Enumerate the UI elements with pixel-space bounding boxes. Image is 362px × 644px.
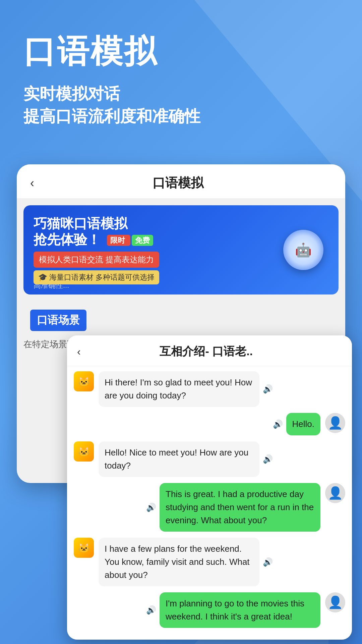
message-content: 🔊 Hello.	[273, 413, 320, 435]
user-bubble: I'm planning to go to the movies this we…	[160, 592, 320, 628]
audio-icon[interactable]: 🔊	[263, 454, 273, 464]
user-bubble: Hello.	[286, 413, 320, 435]
chat-back-button[interactable]: ‹	[77, 345, 81, 358]
chat-messages: 🐱 Hi there! I'm so glad to meet you! How…	[67, 366, 352, 633]
subtitle-line1: 实时模拟对话	[23, 85, 120, 103]
audio-icon[interactable]: 🔊	[146, 503, 156, 512]
table-row: 🐱 Hello! Nice to meet you! How are you t…	[74, 441, 345, 477]
message-content: 🔊 This is great. I had a productive day …	[146, 483, 320, 532]
audio-icon[interactable]: 🔊	[273, 420, 283, 429]
banner-robot: 🤖	[278, 225, 328, 275]
main-title: 口语模拟	[23, 34, 200, 69]
bot-bubble: I have a few plans for the weekend. You …	[99, 538, 259, 586]
banner-subtitle-red: 模拟人类口语交流 提高表达能力	[34, 252, 159, 268]
table-row: 🐱 I have a few plans for the weekend. Yo…	[74, 538, 345, 586]
subtitle: 实时模拟对话 提高口语流利度和准确性	[23, 83, 200, 127]
bot-bubble: Hi there! I'm so glad to meet you! How a…	[99, 371, 259, 407]
table-row: 🐱 Hi there! I'm so glad to meet you! How…	[74, 371, 345, 407]
bot-avatar: 🐱	[74, 538, 94, 558]
message-content: 🔊 I'm planning to go to the movies this …	[146, 592, 320, 628]
bot-bubble: Hello! Nice to meet you! How are you tod…	[99, 441, 259, 477]
user-avatar: 👤	[325, 483, 345, 503]
user-avatar: 👤	[325, 592, 345, 612]
user-bubble: This is great. I had a productive day st…	[160, 483, 320, 532]
chat-header: ‹ 互相介绍- 口语老..	[67, 335, 352, 366]
chat-screen-title: 互相介绍- 口语老..	[87, 344, 325, 359]
phone-header: ‹ 口语模拟	[17, 164, 345, 199]
subtitle-line2: 提高口语流利度和准确性	[23, 107, 200, 125]
audio-icon[interactable]: 🔊	[146, 605, 156, 615]
chat-card: ‹ 互相介绍- 口语老.. 🐱 Hi there! I'm so glad to…	[67, 335, 352, 640]
banner-subtitle-yellow: 🎓 海量口语素材 多种话题可供选择	[34, 270, 159, 284]
message-content: Hello! Nice to meet you! How are you tod…	[99, 441, 273, 477]
bot-avatar: 🐱	[74, 371, 94, 391]
user-avatar: 👤	[325, 413, 345, 433]
bot-avatar: 🐱	[74, 441, 94, 462]
message-content: Hi there! I'm so glad to meet you! How a…	[99, 371, 273, 407]
phone-back-button[interactable]: ‹	[30, 176, 34, 190]
section-label: 口语场景	[30, 310, 86, 331]
phone-screen-title: 口语模拟	[44, 174, 312, 192]
header-area: 口语模拟 实时模拟对话 提高口语流利度和准确性	[23, 34, 200, 127]
table-row: 👤 🔊 This is great. I had a productive da…	[74, 483, 345, 532]
banner[interactable]: 巧猫咪口语模拟 抢先体验！ 限时 免费 模拟人类口语交流 提高表达能力 🎓 海量…	[23, 205, 339, 294]
banner-text: 巧猫咪口语模拟 抢先体验！ 限时 免费 模拟人类口语交流 提高表达能力 🎓 海量…	[34, 215, 278, 284]
audio-icon[interactable]: 🔊	[263, 557, 273, 567]
table-row: 👤 🔊 I'm planning to go to the movies thi…	[74, 592, 345, 628]
message-content: I have a few plans for the weekend. You …	[99, 538, 273, 586]
banner-title: 巧猫咪口语模拟 抢先体验！ 限时 免费	[34, 215, 278, 248]
audio-icon[interactable]: 🔊	[263, 384, 273, 394]
table-row: 👤 🔊 Hello.	[74, 413, 345, 435]
